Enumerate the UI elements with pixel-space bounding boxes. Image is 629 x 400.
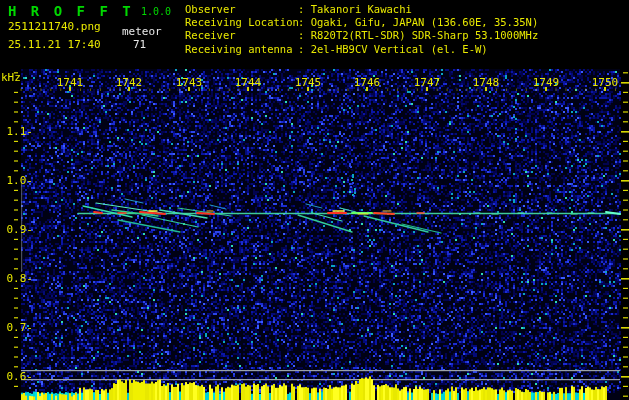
time-label: 1750 bbox=[585, 76, 625, 89]
info-value: : 2el-HB9CV Vertical (el. E-W) bbox=[298, 43, 488, 56]
version-label: 1.0.0 bbox=[141, 6, 171, 17]
time-label: 1742 bbox=[109, 76, 149, 89]
time-label: 1746 bbox=[347, 76, 387, 89]
info-label: Observer bbox=[185, 3, 298, 16]
info-row: Observer: Takanori Kawachi bbox=[185, 3, 538, 16]
time-label: 1748 bbox=[466, 76, 506, 89]
time-label: 1744 bbox=[228, 76, 268, 89]
spectrogram-canvas bbox=[0, 0, 629, 400]
info-label: Receiver bbox=[185, 29, 298, 42]
info-row: Receiving Location: Ogaki, Gifu, JAPAN (… bbox=[185, 16, 538, 29]
filename-label: 2511211740.png bbox=[8, 20, 101, 33]
time-label: 1741 bbox=[50, 76, 90, 89]
freq-label: 0.8- bbox=[0, 272, 33, 285]
info-label: Receiving Location bbox=[185, 16, 298, 29]
hrofft-window: H R O F F T 1.0.0 2511211740.png meteor … bbox=[0, 0, 629, 400]
datetime-label: 25.11.21 17:40 bbox=[8, 38, 101, 51]
freq-unit-label: kHz bbox=[1, 71, 21, 84]
info-row: Receiving antenna: 2el-HB9CV Vertical (e… bbox=[185, 43, 538, 56]
time-label: 1743 bbox=[169, 76, 209, 89]
info-label: Receiving antenna bbox=[185, 43, 298, 56]
time-label: 1749 bbox=[526, 76, 566, 89]
app-title: H R O F F T bbox=[8, 3, 134, 19]
mode-label: meteor bbox=[122, 25, 162, 38]
freq-label: 0.6- bbox=[0, 370, 33, 383]
info-value: : Takanori Kawachi bbox=[298, 3, 412, 16]
freq-label: 1.1- bbox=[0, 125, 33, 138]
observer-info-block: Observer: Takanori KawachiReceiving Loca… bbox=[185, 3, 538, 56]
freq-label: 0.9- bbox=[0, 223, 33, 236]
info-value: : Ogaki, Gifu, JAPAN (136.60E, 35.35N) bbox=[298, 16, 538, 29]
time-label: 1745 bbox=[288, 76, 328, 89]
freq-label: 1.0- bbox=[0, 174, 33, 187]
freq-label: 0.7- bbox=[0, 321, 33, 334]
info-value: : R820T2(RTL-SDR) SDR-Sharp 53.1000MHz bbox=[298, 29, 538, 42]
info-row: Receiver: R820T2(RTL-SDR) SDR-Sharp 53.1… bbox=[185, 29, 538, 42]
time-label: 1747 bbox=[407, 76, 447, 89]
echo-count-label: 71 bbox=[133, 38, 146, 51]
